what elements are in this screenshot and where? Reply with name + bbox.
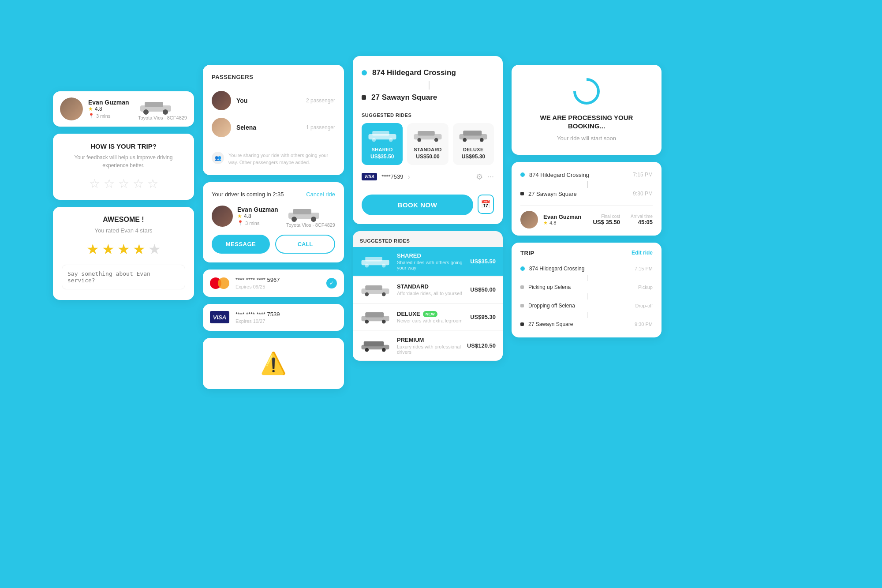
mastercard-card[interactable]: **** **** **** 5967 Expires 09/25 ✓ bbox=[203, 270, 344, 297]
trip-from-dot bbox=[520, 266, 525, 271]
from-address: 874 Hildegard Crossing bbox=[372, 68, 456, 77]
star-3[interactable]: ☆ bbox=[118, 176, 129, 191]
final-cost-label: Final cost bbox=[593, 214, 620, 219]
driver-rating: ★ 4.8 bbox=[88, 106, 133, 112]
list-premium-desc: Luxury rides with professional drivers bbox=[397, 344, 461, 355]
loader-inner bbox=[576, 81, 597, 102]
visa-number: **** **** **** 7539 bbox=[235, 311, 280, 318]
trip-rating-card: HOW IS YOUR TRIP? Your feedback will hel… bbox=[53, 134, 194, 200]
ride-summary-card: 874 Hildegard Crossing 7:15 PM 27 Sawayn… bbox=[512, 162, 662, 236]
list-item-shared[interactable]: SHARED Shared rides with others going yo… bbox=[353, 247, 503, 276]
summary-from-text: 874 Hildegard Crossing bbox=[529, 172, 628, 178]
message-button[interactable]: MESSAGE bbox=[212, 235, 270, 254]
driver-coming-card: Your driver is coming in 2:35 Cancel rid… bbox=[203, 182, 344, 262]
list-item-premium[interactable]: PREMIUM Luxury rides with professional d… bbox=[353, 331, 503, 360]
book-now-button[interactable]: BOOK NOW bbox=[362, 195, 473, 215]
mastercard-expiry: Expires 09/25 bbox=[235, 284, 280, 289]
trip-to-time: 9:30 PM bbox=[635, 322, 653, 327]
awesome-card: AWESOME ! You rated Evan 4 stars ★ ★ ★ ★… bbox=[53, 207, 194, 300]
svg-point-3 bbox=[389, 138, 393, 142]
visa-card[interactable]: VISA **** **** **** 7539 Expires 10/27 bbox=[203, 304, 344, 331]
star-2[interactable]: ☆ bbox=[104, 176, 115, 191]
final-cost-section: Final cost US$ 35.50 bbox=[593, 214, 620, 225]
ride-option-deluxe[interactable]: DELUXE US$95.30 bbox=[453, 123, 494, 165]
ride-option-shared[interactable]: SHARED US$35.50 bbox=[362, 123, 403, 165]
svg-rect-1 bbox=[372, 131, 389, 135]
route-connector-line bbox=[429, 81, 430, 90]
list-item-deluxe[interactable]: DELUXE NEW Newer cars with extra legroom… bbox=[353, 304, 503, 330]
edit-ride-button[interactable]: Edit ride bbox=[632, 250, 653, 256]
payment-method-row: VISA ****7539 › ⚙ ··· bbox=[362, 172, 494, 189]
trip-to-text: 27 Sawayn Square bbox=[528, 321, 630, 327]
list-deluxe-price: US$95.30 bbox=[470, 314, 496, 320]
trip-pickup-action: Pickup bbox=[638, 285, 653, 290]
standard-car bbox=[411, 128, 444, 144]
standard-price: US$50.00 bbox=[411, 154, 444, 160]
cancel-ride-button[interactable]: Cancel ride bbox=[306, 191, 335, 198]
you-name: You bbox=[236, 97, 247, 104]
gear-icon[interactable]: ⚙ bbox=[476, 172, 483, 182]
trip-from-text: 874 Hildegard Crossing bbox=[529, 266, 630, 272]
driver-coming-text: Your driver is coming in 2:35 bbox=[212, 191, 284, 198]
trip-header: TRIP Edit ride bbox=[520, 250, 653, 256]
warning-card: ⚠️ bbox=[203, 338, 344, 389]
trip-detail-card: TRIP Edit ride 874 Hildegard Crossing 7:… bbox=[512, 243, 662, 337]
rating-stars[interactable]: ☆ ☆ ☆ ☆ ☆ bbox=[62, 176, 185, 191]
list-car-standard bbox=[360, 282, 391, 298]
trip-point-from: 874 Hildegard Crossing 7:15 PM bbox=[520, 262, 653, 275]
svg-point-27 bbox=[382, 348, 386, 352]
list-standard-price: US$50.00 bbox=[470, 286, 496, 293]
trip-point-dropoff: Dropping off Selena Drop-off bbox=[520, 300, 653, 312]
driver-summary-name: Evan Guzman bbox=[543, 213, 581, 220]
driver-time: 📍 3 mins bbox=[88, 113, 133, 119]
visa-badge: VISA bbox=[362, 173, 377, 180]
svg-point-11 bbox=[480, 138, 484, 142]
suggested-rides-title: SUGGESTED RIDES bbox=[362, 112, 494, 118]
trip-dropoff-action: Drop-off bbox=[635, 303, 653, 308]
summary-to: 27 Sawayn Square 9:30 PM bbox=[520, 188, 653, 200]
passenger-you: You 2 passenger bbox=[212, 87, 335, 114]
svg-point-2 bbox=[372, 138, 376, 142]
mastercard-icon bbox=[210, 277, 229, 290]
awesome-sub: You rated Evan 4 stars bbox=[62, 227, 185, 234]
svg-point-19 bbox=[382, 292, 386, 296]
list-item-standard[interactable]: STANDARD Affordable rides, all to yourse… bbox=[353, 277, 503, 303]
trip-to-dot bbox=[520, 322, 524, 326]
driver-coming-time: 📍 3 mins bbox=[237, 220, 282, 226]
trip-point-pickup: Picking up Selena Pickup bbox=[520, 281, 653, 293]
chevron-icon[interactable]: › bbox=[408, 173, 410, 181]
shared-type: SHARED bbox=[366, 147, 398, 152]
car-image-2 bbox=[286, 205, 321, 222]
svg-point-10 bbox=[463, 138, 467, 142]
new-badge: NEW bbox=[423, 311, 437, 317]
svg-rect-25 bbox=[364, 341, 384, 346]
feedback-input[interactable] bbox=[62, 265, 185, 289]
driver-coming-avatar bbox=[212, 206, 233, 227]
driver-coming-header: Your driver is coming in 2:35 Cancel rid… bbox=[212, 191, 335, 198]
svg-rect-13 bbox=[365, 257, 382, 262]
svg-point-22 bbox=[365, 319, 369, 323]
more-options-icon[interactable]: ··· bbox=[487, 172, 494, 181]
trip-rating-sub: Your feedback will help us improve drivi… bbox=[62, 154, 185, 169]
you-count: 2 passenger bbox=[306, 97, 335, 104]
star-4[interactable]: ☆ bbox=[133, 176, 144, 191]
warning-icon: ⚠️ bbox=[260, 351, 287, 376]
from-dot bbox=[362, 70, 367, 75]
share-icon: 👥 bbox=[212, 152, 224, 164]
suggested-list-card: SUGGESTED RIDES SHARED Shared rides with… bbox=[353, 231, 503, 361]
trip-title: TRIP bbox=[520, 250, 534, 256]
call-button[interactable]: CALL bbox=[275, 235, 335, 254]
ride-option-standard[interactable]: STANDARD US$50.00 bbox=[407, 123, 448, 165]
schedule-button[interactable]: 📅 bbox=[478, 195, 494, 214]
list-car-premium bbox=[360, 337, 391, 353]
you-avatar bbox=[212, 91, 231, 110]
processing-card: WE ARE PROCESSING YOUR BOOKING... Your r… bbox=[512, 65, 662, 155]
route-ride-card: 874 Hildegard Crossing 27 Sawayn Square … bbox=[353, 56, 503, 224]
star-1[interactable]: ☆ bbox=[89, 176, 100, 191]
action-buttons: MESSAGE CALL bbox=[212, 235, 335, 254]
summary-to-dot bbox=[520, 192, 524, 195]
driver-row: Evan Guzman ★ 4.8 📍 3 mins Toyota Vios ·… bbox=[212, 205, 335, 228]
star-5[interactable]: ☆ bbox=[147, 176, 158, 191]
passengers-card: PASSENGERS You 2 passenger Selena 1 pass… bbox=[203, 65, 344, 175]
svg-rect-9 bbox=[463, 131, 482, 135]
